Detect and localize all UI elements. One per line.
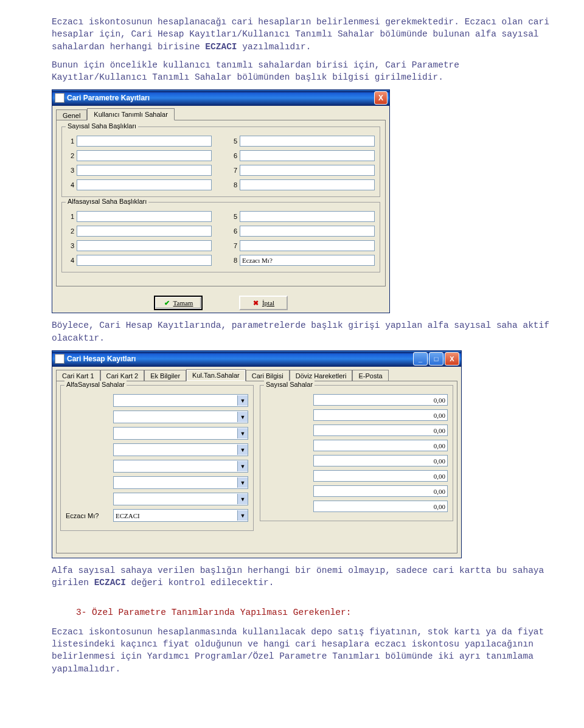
sayisal-input-7[interactable] bbox=[240, 165, 375, 176]
tab-kul-tan-sahalar[interactable]: Kul.Tan.Sahalar bbox=[186, 369, 246, 381]
combo-value: ECZACI bbox=[116, 512, 140, 519]
alfa-input-1[interactable] bbox=[77, 211, 212, 222]
num-label: 2 bbox=[67, 227, 77, 235]
group-legend-alfasayisal: Alfasayısal Saha Başlıkları bbox=[66, 198, 148, 205]
combo-eczaci[interactable]: ECZACI▼ bbox=[113, 509, 248, 522]
sayisal-input-2[interactable] bbox=[77, 150, 212, 161]
num-label: 5 bbox=[230, 213, 240, 220]
window-parametre: Cari Parametre Kayıtları X Genel Kullanı… bbox=[52, 89, 390, 313]
num-label: 1 bbox=[67, 137, 77, 145]
cancel-label: İptal bbox=[262, 299, 274, 307]
p4-text-c: değeri kontrol edilecektir. bbox=[126, 578, 274, 588]
chevron-down-icon: ▼ bbox=[237, 445, 248, 455]
combo-2[interactable]: ▼ bbox=[113, 411, 248, 423]
sayisal-input-3[interactable] bbox=[77, 165, 212, 176]
chevron-down-icon: ▼ bbox=[237, 428, 248, 439]
group-alfasayisal: AlfaSayısal Sahalar ▼ ▼ ▼ ▼ ▼ ▼ ▼ Eczacı… bbox=[60, 385, 254, 531]
chevron-down-icon: ▼ bbox=[237, 510, 248, 521]
minimize-button[interactable]: _ bbox=[413, 352, 428, 366]
num-label: 5 bbox=[230, 137, 240, 145]
paragraph-2: Bunun için öncelikle kullanıcı tanımlı s… bbox=[52, 59, 557, 84]
window-cari-hesap: Cari Hesap Kayıtları _ □ X Cari Kart 1 C… bbox=[52, 350, 462, 558]
num-field-3[interactable]: 0,00 bbox=[313, 425, 448, 436]
tab-kullanici-tanimli[interactable]: Kullanıcı Tanımlı Sahalar bbox=[87, 108, 174, 120]
tab-body: AlfaSayısal Sahalar ▼ ▼ ▼ ▼ ▼ ▼ ▼ Eczacı… bbox=[56, 381, 457, 553]
close-button[interactable]: X bbox=[374, 91, 388, 105]
alfa-input-6[interactable] bbox=[240, 226, 375, 237]
num-field-6[interactable]: 0,00 bbox=[313, 470, 448, 482]
num-label: 2 bbox=[67, 152, 77, 159]
tabs: Cari Kart 1 Cari Kart 2 Ek Bilgiler Kul.… bbox=[52, 367, 461, 381]
alfa-input-8[interactable] bbox=[240, 255, 375, 266]
num-label: 6 bbox=[230, 227, 240, 235]
window-title: Cari Hesap Kayıtları bbox=[67, 355, 136, 363]
group-alfasayisal: Alfasayısal Saha Başlıkları 1 5 2 6 3 7 … bbox=[61, 202, 380, 272]
sayisal-input-4[interactable] bbox=[77, 179, 212, 190]
combo-6[interactable]: ▼ bbox=[113, 476, 248, 489]
alfa-input-5[interactable] bbox=[240, 211, 375, 222]
tab-cari-bilgisi[interactable]: Cari Bilgisi bbox=[246, 370, 290, 382]
alfa-input-4[interactable] bbox=[77, 255, 212, 266]
num-label: 3 bbox=[67, 167, 77, 174]
tab-body: Sayısal Saha Başlıkları 1 5 2 6 3 7 4 8 … bbox=[56, 120, 386, 286]
num-label: 7 bbox=[230, 242, 240, 249]
num-field-4[interactable]: 0,00 bbox=[313, 440, 448, 451]
alfa-input-3[interactable] bbox=[77, 240, 212, 251]
paragraph-3: Böylece, Cari Hesap Kayıtlarında, parame… bbox=[52, 319, 557, 344]
cancel-button[interactable]: İptal bbox=[239, 296, 288, 310]
tab-doviz[interactable]: Döviz Hareketleri bbox=[290, 370, 353, 382]
tab-cari-kart-1[interactable]: Cari Kart 1 bbox=[56, 370, 100, 382]
num-label: 4 bbox=[67, 181, 77, 189]
sayisal-input-6[interactable] bbox=[240, 150, 375, 161]
window-title: Cari Parametre Kayıtları bbox=[67, 94, 150, 102]
num-label: 1 bbox=[67, 213, 77, 220]
alfa-input-2[interactable] bbox=[77, 226, 212, 237]
app-icon bbox=[55, 354, 64, 364]
app-icon bbox=[55, 93, 64, 103]
num-field-7[interactable]: 0,00 bbox=[313, 485, 448, 497]
num-field-8[interactable]: 0,00 bbox=[313, 501, 448, 512]
combo-3[interactable]: ▼ bbox=[113, 427, 248, 440]
tab-eposta[interactable]: E-Posta bbox=[352, 370, 388, 382]
group-legend: Sayısal Sahalar bbox=[264, 381, 315, 388]
button-row: Tamam İptal bbox=[52, 291, 389, 313]
p1-bold: ECZACI bbox=[205, 42, 237, 52]
cancel-icon bbox=[252, 299, 260, 307]
chevron-down-icon: ▼ bbox=[237, 412, 248, 422]
tab-cari-kart-2[interactable]: Cari Kart 2 bbox=[100, 370, 145, 382]
combo-1[interactable]: ▼ bbox=[113, 394, 248, 407]
maximize-button[interactable]: □ bbox=[429, 352, 443, 366]
row-label-eczaci: Eczacı Mı? bbox=[66, 512, 111, 519]
p4-bold: ECZACI bbox=[94, 578, 126, 588]
titlebar[interactable]: Cari Hesap Kayıtları _ □ X bbox=[52, 351, 461, 367]
alfa-input-7[interactable] bbox=[240, 240, 375, 251]
paragraph-5: Eczacı iskontosunun hesaplanmasında kull… bbox=[52, 626, 557, 675]
sayisal-input-5[interactable] bbox=[240, 136, 375, 147]
tab-ek-bilgiler[interactable]: Ek Bilgiler bbox=[144, 370, 186, 382]
chevron-down-icon: ▼ bbox=[237, 461, 248, 471]
combo-5[interactable]: ▼ bbox=[113, 460, 248, 473]
group-sayisal: Sayısal Saha Başlıkları 1 5 2 6 3 7 4 8 bbox=[61, 127, 380, 197]
chevron-down-icon: ▼ bbox=[237, 494, 248, 504]
ok-button[interactable]: Tamam bbox=[154, 296, 203, 310]
ok-label: Tamam bbox=[173, 299, 193, 307]
combo-4[interactable]: ▼ bbox=[113, 443, 248, 456]
num-label: 7 bbox=[230, 167, 240, 174]
group-legend: AlfaSayısal Sahalar bbox=[64, 381, 127, 388]
num-label: 8 bbox=[230, 257, 240, 264]
close-button[interactable]: X bbox=[445, 352, 459, 366]
sayisal-input-1[interactable] bbox=[77, 136, 212, 147]
group-legend-sayisal: Sayısal Saha Başlıkları bbox=[66, 122, 138, 130]
num-field-1[interactable]: 0,00 bbox=[313, 394, 448, 406]
num-field-5[interactable]: 0,00 bbox=[313, 455, 448, 466]
num-label: 4 bbox=[67, 257, 77, 264]
chevron-down-icon: ▼ bbox=[237, 477, 248, 488]
paragraph-1: Eczacı iskontosunun hesaplanacağı cari h… bbox=[52, 16, 557, 53]
num-label: 8 bbox=[230, 181, 240, 189]
combo-7[interactable]: ▼ bbox=[113, 493, 248, 505]
p1-text-c: yazılmalıdır. bbox=[237, 42, 311, 52]
chevron-down-icon: ▼ bbox=[237, 395, 248, 406]
num-field-2[interactable]: 0,00 bbox=[313, 409, 448, 421]
titlebar[interactable]: Cari Parametre Kayıtları X bbox=[52, 90, 389, 106]
sayisal-input-8[interactable] bbox=[240, 179, 375, 190]
